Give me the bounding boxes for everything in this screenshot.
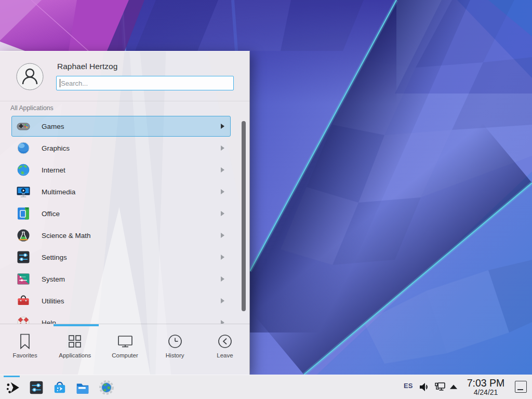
globe-icon xyxy=(16,163,31,177)
submenu-arrow-icon xyxy=(221,189,224,194)
expand-tray-icon[interactable] xyxy=(449,381,458,393)
tab-label: Applications xyxy=(59,352,91,358)
tab-label: Computer xyxy=(112,352,138,358)
back-circle-icon xyxy=(217,334,233,349)
menu-item-label: System xyxy=(42,275,65,283)
submenu-arrow-icon xyxy=(221,233,224,238)
menu-item-label: Office xyxy=(42,210,60,218)
menu-item-system[interactable]: System xyxy=(11,269,231,289)
section-label: All Applications xyxy=(10,104,54,112)
tab-leave[interactable]: Leave xyxy=(200,326,250,375)
grid-icon xyxy=(67,334,83,349)
lifebuoy-icon xyxy=(16,315,31,324)
menu-item-science-math[interactable]: Science & Math xyxy=(11,225,231,246)
menu-item-graphics[interactable]: Graphics xyxy=(11,138,231,158)
submenu-arrow-icon xyxy=(221,145,224,151)
user-avatar[interactable] xyxy=(16,63,44,90)
submenu-arrow-icon xyxy=(221,320,224,324)
keyboard-layout-indicator[interactable]: ES xyxy=(404,382,413,390)
menu-item-office[interactable]: Office xyxy=(11,203,231,224)
clock-time: 7:03 PM xyxy=(461,377,510,389)
menu-item-label: Games xyxy=(42,123,64,130)
menu-item-label: Utilities xyxy=(42,297,64,305)
menu-item-label: Settings xyxy=(42,254,67,261)
app-launcher-icon[interactable] xyxy=(5,380,21,395)
menu-item-games[interactable]: Games xyxy=(11,116,231,137)
header-separator xyxy=(0,101,250,101)
menu-item-label: Science & Math xyxy=(42,232,91,240)
system-settings-icon[interactable] xyxy=(29,380,44,395)
application-launcher-panel: Raphael Hertzog All Applications Games xyxy=(0,51,250,375)
flask-icon xyxy=(16,228,31,243)
system-slider-icon xyxy=(16,272,31,286)
monitor-play-icon xyxy=(16,184,31,199)
menu-item-settings[interactable]: Settings xyxy=(11,247,231,268)
tab-label: Favorites xyxy=(12,352,37,358)
show-desktop-button[interactable] xyxy=(515,381,527,393)
sphere-icon xyxy=(16,141,31,155)
volume-icon[interactable] xyxy=(419,381,430,393)
discover-store-icon[interactable] xyxy=(52,380,68,395)
tab-computer[interactable]: Computer xyxy=(100,326,150,375)
menu-item-label: Graphics xyxy=(42,144,70,152)
digital-clock[interactable]: 7:03 PM 4/24/21 xyxy=(461,377,510,396)
document-icon xyxy=(16,206,31,221)
tab-history[interactable]: History xyxy=(150,326,200,375)
submenu-arrow-icon xyxy=(221,167,224,172)
clock-icon xyxy=(167,334,183,349)
gamepad-icon xyxy=(16,119,31,134)
list-scrollbar[interactable] xyxy=(242,121,246,311)
web-browser-icon[interactable] xyxy=(99,380,114,395)
menu-item-multimedia[interactable]: Multimedia xyxy=(11,181,231,202)
toolbox-icon xyxy=(16,294,31,308)
submenu-arrow-icon xyxy=(221,298,224,303)
tab-applications[interactable]: Applications xyxy=(50,326,100,375)
tab-label: History xyxy=(166,352,184,358)
sliders-icon xyxy=(16,250,31,264)
menu-item-label: Internet xyxy=(42,166,65,174)
show-desktop-glyph xyxy=(517,389,523,390)
submenu-arrow-icon xyxy=(221,255,224,260)
taskbar-panel: ES 7:03 PM 4/24/21 xyxy=(0,375,532,399)
user-name: Raphael Hertzog xyxy=(57,62,117,71)
tabbar-separator xyxy=(0,324,250,324)
search-input[interactable] xyxy=(56,76,234,90)
search-field-wrap xyxy=(56,76,234,90)
menu-item-help[interactable]: Help xyxy=(11,312,231,324)
launcher-tab-bar: Favorites Applications Computer xyxy=(0,326,250,375)
bookmark-icon xyxy=(17,334,33,349)
submenu-arrow-icon xyxy=(221,211,224,216)
tab-favorites[interactable]: Favorites xyxy=(0,326,50,375)
menu-item-utilities[interactable]: Utilities xyxy=(11,290,231,311)
menu-item-label: Multimedia xyxy=(42,188,75,196)
submenu-arrow-icon xyxy=(221,276,224,282)
tab-label: Leave xyxy=(217,352,233,358)
monitor-icon xyxy=(117,334,133,349)
active-launcher-indicator xyxy=(4,376,20,377)
application-category-list: Games Graphics Internet xyxy=(0,116,250,324)
dolphin-folder-icon[interactable] xyxy=(75,380,90,395)
submenu-arrow-icon xyxy=(221,124,224,129)
menu-item-label: Help xyxy=(42,319,56,324)
text-caret xyxy=(60,79,60,87)
menu-item-internet[interactable]: Internet xyxy=(11,159,231,180)
clock-date: 4/24/21 xyxy=(461,389,510,396)
wired-network-icon[interactable] xyxy=(434,381,446,393)
